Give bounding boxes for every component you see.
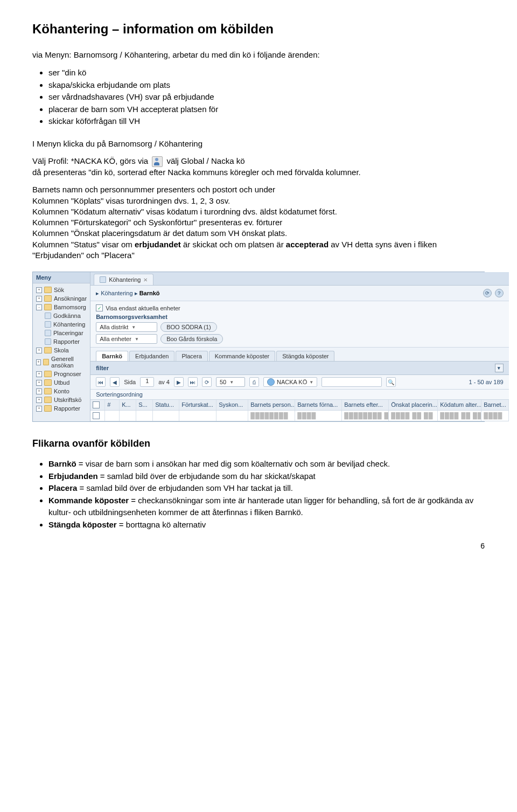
col-syskon[interactable]: Syskon... — [216, 400, 248, 410]
text-bold: accepterad — [286, 240, 329, 249]
row-cell — [120, 411, 136, 421]
refresh-icon[interactable]: ⟳ — [483, 289, 492, 297]
col-k[interactable]: K... — [120, 400, 136, 410]
col-kodatum[interactable]: Ködatum alter... — [438, 400, 481, 410]
tab-erbjudanden[interactable]: Erbjudanden — [129, 351, 174, 361]
col-forturs[interactable]: Förturskat... — [179, 400, 216, 410]
person-icon — [152, 156, 163, 167]
select-value: 50 — [220, 379, 226, 385]
col-onskat[interactable]: Önskat placerin... — [389, 400, 438, 410]
page-title: Köhantering – information om köbilden — [32, 22, 485, 37]
row-cell: ████ ██ ██ — [438, 411, 481, 421]
filter-bar[interactable]: filter ▾ — [90, 361, 509, 375]
tree-item-godkanna[interactable]: Godkänna — [33, 311, 90, 320]
tree-label: Ansökningar — [54, 295, 87, 302]
tree-item-utskriftsko[interactable]: +Utskriftskö — [33, 395, 90, 404]
list-item: Erbjudanden = samlad bild över de erbjud… — [48, 470, 485, 483]
checkbox-icon[interactable] — [93, 412, 100, 419]
leaf-icon — [45, 338, 51, 345]
row-checkbox[interactable] — [90, 411, 105, 421]
pagesize-select[interactable]: 50▼ — [216, 377, 245, 387]
export-button[interactable]: ⎙ — [249, 377, 259, 387]
next-page-button[interactable]: ▶ — [174, 377, 184, 387]
prev-page-button[interactable]: ◀ — [110, 377, 120, 387]
tab-placera[interactable]: Placera — [176, 351, 207, 361]
help-icons: ⟳ ? — [483, 289, 504, 297]
table-row[interactable]: ████████ ████ ████████ ██ ████ ██ ██ ███… — [90, 411, 509, 421]
breadcrumb-item[interactable]: Köhantering — [101, 290, 132, 296]
tab-kommande[interactable]: Kommande köposter — [209, 351, 276, 361]
close-icon[interactable]: ✕ — [143, 277, 148, 283]
text-bold: erbjudandet — [135, 240, 181, 249]
col-fornamn[interactable]: Barnets förna... — [295, 400, 342, 410]
expand-icon[interactable]: + — [36, 371, 42, 377]
first-page-button[interactable]: ⏮ — [96, 377, 106, 387]
distrikt-value[interactable]: BOO SÖDRA (1) — [160, 322, 217, 332]
tree-item-prognoser[interactable]: +Prognoser — [33, 370, 90, 378]
chevron-down-icon[interactable]: ▾ — [495, 364, 504, 372]
tree-label: Utskriftskö — [54, 397, 81, 403]
folder-icon — [44, 397, 52, 403]
result-count: 1 - 50 av 189 — [469, 379, 504, 385]
tree-item-generell[interactable]: +Generell ansökan — [33, 355, 90, 370]
row-cell: ████ — [481, 411, 509, 421]
col-personnr[interactable]: Barnets person... — [248, 400, 295, 410]
col-s[interactable]: S... — [136, 400, 153, 410]
col-barnet[interactable]: Barnet... — [481, 400, 509, 410]
page-input[interactable]: 1 — [140, 377, 154, 387]
tree-item-sok[interactable]: +Sök — [33, 286, 90, 294]
tree-item-barnomsorg[interactable]: -Barnomsorg — [33, 303, 90, 311]
folder-icon — [43, 359, 49, 365]
folder-icon — [44, 347, 52, 353]
collapse-icon[interactable]: - — [36, 304, 42, 310]
expand-icon[interactable]: + — [36, 380, 42, 386]
expand-icon[interactable]: + — [36, 348, 42, 353]
enheter-value[interactable]: Boo Gårds förskola — [160, 334, 223, 344]
refresh-button[interactable]: ⟳ — [202, 377, 212, 387]
help-icon[interactable]: ? — [495, 289, 504, 297]
tree-label: Prognoser — [54, 371, 81, 377]
checkbox-icon[interactable] — [93, 401, 100, 408]
tree-item-skola[interactable]: +Skola — [33, 346, 90, 355]
search-button[interactable]: 🔍 — [386, 377, 396, 387]
last-page-button[interactable]: ⏭ — [188, 377, 198, 387]
expand-icon[interactable]: + — [36, 406, 42, 412]
tree-item-ansokningar[interactable]: +Ansökningar — [33, 294, 90, 303]
person-icon — [267, 378, 275, 386]
expand-icon[interactable]: + — [36, 388, 42, 394]
folder-icon — [44, 379, 52, 386]
list-item: skickar köförfrågan till VH — [48, 115, 485, 128]
tree-item-konto[interactable]: +Konto — [33, 387, 90, 395]
expand-icon[interactable]: + — [36, 397, 42, 403]
checkbox-icon[interactable]: ✓ — [96, 304, 103, 311]
column-explanation: Barnets namn och personnummer presenters… — [32, 184, 485, 261]
expand-icon[interactable]: + — [36, 287, 42, 293]
enheter-label-select[interactable]: Alla enheter▼ — [96, 334, 157, 344]
col-efternamn[interactable]: Barnets efter... — [342, 400, 389, 410]
col-status[interactable]: Statu... — [153, 400, 179, 410]
list-item: Barnkö = visar de barn som i ansökan har… — [48, 458, 485, 470]
tree-label: Skola — [54, 347, 69, 353]
distrikt-label-select[interactable]: Alla distrikt▼ — [96, 322, 157, 332]
tree-item-rapporter2[interactable]: +Rapporter — [33, 404, 90, 413]
inner-tabs: Barnkö Erbjudanden Placera Kommande köpo… — [90, 348, 509, 361]
tab-kohantering[interactable]: Köhantering ✕ — [94, 274, 153, 285]
tree-item-placeringar[interactable]: Placeringar — [33, 329, 90, 337]
tree-item-utbud[interactable]: +Utbud — [33, 378, 90, 387]
bold: Stängda köposter — [48, 520, 119, 529]
profile-pre: Välj Profil: *NACKA KÖ, görs via — [32, 156, 150, 165]
tree-item-kohantering[interactable]: Köhantering — [33, 320, 90, 329]
expand-icon[interactable]: + — [36, 359, 41, 365]
tree-label: Konto — [54, 388, 69, 394]
tree-item-rapporter[interactable]: Rapporter — [33, 337, 90, 346]
profile-select[interactable]: NACKA KÖ ▼ — [263, 377, 317, 387]
col-checkbox[interactable] — [90, 400, 105, 410]
tab-stangda[interactable]: Stängda köposter — [276, 351, 334, 361]
tab-barnko[interactable]: Barnkö — [96, 351, 128, 361]
search-input[interactable] — [322, 377, 382, 387]
col-num[interactable]: # — [105, 400, 120, 410]
list-item: ser vårdnadshavares (VH) svar på erbjuda… — [48, 91, 485, 103]
pagination-toolbar: ⏮ ◀ Sida 1 av 4 ▶ ⏭ ⟳ 50▼ ⎙ NACKA KÖ ▼ 🔍… — [90, 375, 509, 390]
checkbox-row[interactable]: ✓ Visa endast aktuella enheter — [96, 304, 504, 311]
expand-icon[interactable]: + — [36, 296, 42, 302]
